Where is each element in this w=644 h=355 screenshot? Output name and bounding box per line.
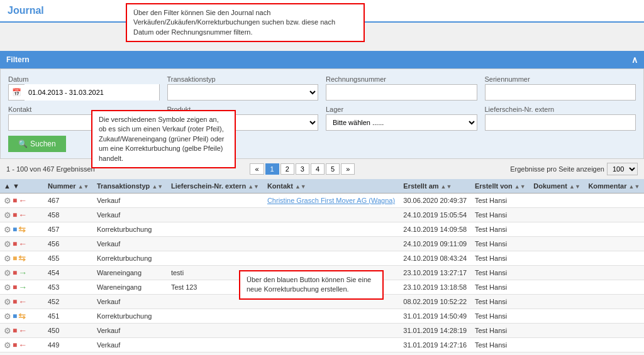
doc-blue-icon: ■ bbox=[13, 225, 17, 234]
cell-actions: ⚙ ■ ⇆ bbox=[0, 309, 44, 324]
page-next-btn[interactable]: » bbox=[341, 163, 355, 175]
cell-actions: ⚙ ■ ← bbox=[0, 208, 44, 222]
tooltip-korrekturbuchung-info: Über den blauen Button können Sie eine n… bbox=[239, 270, 384, 300]
cell-typ: Korrekturbuchung bbox=[93, 222, 167, 237]
results-count: 1 - 100 von 467 Ergebnissen bbox=[6, 165, 95, 173]
cell-kontakt bbox=[264, 237, 399, 251]
filter-datum-input[interactable] bbox=[25, 84, 159, 101]
filter-datum-input-wrap: 📅 bbox=[8, 84, 160, 101]
doc-red-icon: ■ bbox=[13, 283, 17, 292]
col-header-dokument[interactable]: Dokument ▲▼ bbox=[530, 179, 584, 194]
filter-seriennummer-input[interactable] bbox=[485, 84, 636, 101]
cell-dokument bbox=[530, 338, 584, 352]
filter-collapse-btn[interactable]: ∧ bbox=[631, 55, 638, 65]
cell-erstellt-am: 08.02.2019 10:52:22 bbox=[399, 295, 471, 309]
main-wrapper: Journal Über den Filter können Sie den J… bbox=[0, 0, 644, 355]
gear-icon[interactable]: ⚙ bbox=[4, 225, 11, 234]
cell-erstellt-von: Test Hansi bbox=[471, 352, 530, 356]
page-btn-1[interactable]: 1 bbox=[265, 163, 279, 175]
filter-title: Filtern bbox=[6, 55, 30, 64]
page-btn-2[interactable]: 2 bbox=[280, 163, 294, 175]
arrow-red-icon: ← bbox=[18, 297, 27, 307]
col-header-lieferschein[interactable]: Lieferschein-Nr. extern ▲▼ bbox=[167, 179, 264, 194]
filter-rechnungsnummer-label: Rechnungsnummer bbox=[326, 75, 477, 83]
gear-icon[interactable]: ⚙ bbox=[4, 326, 11, 336]
page-btn-5[interactable]: 5 bbox=[326, 163, 340, 175]
cell-actions: ⚙ ■ ← bbox=[0, 237, 44, 251]
gear-icon[interactable]: ⚙ bbox=[4, 297, 11, 307]
cell-kontakt bbox=[264, 309, 399, 324]
filter-lager-select[interactable]: Bitte wählen ...... bbox=[326, 114, 477, 131]
filter-lieferschein-extern-input[interactable] bbox=[485, 114, 636, 131]
filter-transaktionstyp-select[interactable]: Verkauf Wareneingang Korrekturbuchung bbox=[167, 84, 319, 101]
search-button[interactable]: 🔍 Suchen bbox=[8, 136, 66, 152]
cell-erstellt-am: 23.10.2019 13:27:17 bbox=[399, 266, 471, 280]
filter-section-header: Filtern ∧ bbox=[0, 51, 644, 68]
arrow-yellow-icon: ⇆ bbox=[18, 224, 26, 234]
arrow-red-icon: ← bbox=[18, 210, 27, 220]
cell-kommentar bbox=[584, 266, 644, 280]
table-row: ⚙ ■ ⇆ 369 Korrekturbuchung 04.08.2017 08… bbox=[0, 352, 644, 356]
tooltip-filter-info: Über den Filter können Sie den Journal n… bbox=[126, 3, 365, 42]
doc-red-icon: ■ bbox=[13, 196, 17, 205]
doc-red-icon: ■ bbox=[13, 341, 17, 349]
cell-kommentar bbox=[584, 237, 644, 251]
doc-orange-icon: ■ bbox=[13, 254, 17, 263]
cell-lieferschein bbox=[167, 251, 264, 266]
kontakt-link[interactable]: Christine Grasch First Mover AG (Wagna) bbox=[267, 197, 395, 204]
cell-typ: Wareneingang bbox=[93, 266, 167, 280]
cell-lieferschein bbox=[167, 309, 264, 324]
col-header-transaktionstyp[interactable]: Transaktionstyp ▲▼ bbox=[93, 179, 167, 194]
calendar-icon: 📅 bbox=[9, 88, 25, 97]
journal-table: ▲ ▼ Nummer ▲▼ Transaktionstyp ▲▼ Liefers… bbox=[0, 179, 644, 355]
table-header-row: ▲ ▼ Nummer ▲▼ Transaktionstyp ▲▼ Liefers… bbox=[0, 179, 644, 194]
cell-kontakt bbox=[264, 208, 399, 222]
cell-erstellt-am: 24.10.2019 14:09:58 bbox=[399, 222, 471, 237]
cell-dokument bbox=[530, 324, 584, 338]
cell-nummer: 452 bbox=[44, 295, 93, 309]
col-header-kommentar[interactable]: Kommentar ▲▼ bbox=[584, 179, 644, 194]
page-prev-btn[interactable]: « bbox=[250, 163, 264, 175]
cell-erstellt-am: 31.01.2019 14:27:16 bbox=[399, 338, 471, 352]
cell-actions: ⚙ ■ ← bbox=[0, 338, 44, 352]
cell-dokument bbox=[530, 237, 584, 251]
gear-icon[interactable]: ⚙ bbox=[4, 196, 11, 205]
page-btn-3[interactable]: 3 bbox=[296, 163, 309, 175]
journal-table-wrapper: ▲ ▼ Nummer ▲▼ Transaktionstyp ▲▼ Liefers… bbox=[0, 179, 644, 355]
cell-erstellt-am: 24.10.2019 08:43:24 bbox=[399, 251, 471, 266]
cell-kommentar bbox=[584, 309, 644, 324]
cell-kontakt bbox=[264, 338, 399, 352]
gear-icon[interactable]: ⚙ bbox=[4, 341, 11, 350]
cell-kommentar bbox=[584, 324, 644, 338]
cell-kontakt bbox=[264, 324, 399, 338]
cell-kommentar bbox=[584, 352, 644, 356]
per-page-select[interactable]: 100 50 25 bbox=[607, 163, 638, 175]
cell-kommentar bbox=[584, 295, 644, 309]
gear-icon[interactable]: ⚙ bbox=[4, 239, 11, 249]
cell-typ: Verkauf bbox=[93, 237, 167, 251]
doc-red-icon: ■ bbox=[13, 268, 17, 277]
cell-nummer: 451 bbox=[44, 309, 93, 324]
cell-typ: Wareneingang bbox=[93, 280, 167, 295]
gear-icon[interactable]: ⚙ bbox=[4, 283, 11, 292]
col-header-erstellt-am[interactable]: Erstellt am ▲▼ bbox=[399, 179, 471, 194]
pagination: « 1 2 3 4 5 » bbox=[250, 163, 355, 175]
sort-down-icon: ▼ bbox=[13, 182, 19, 190]
tooltip-symbols-info: Die verschiedenen Symbole zeigen an, ob … bbox=[91, 110, 236, 168]
col-header-kontakt[interactable]: Kontakt ▲▼ bbox=[264, 179, 399, 194]
cell-typ: Verkauf bbox=[93, 295, 167, 309]
filter-lager-group: Lager Bitte wählen ...... bbox=[326, 106, 477, 131]
gear-icon[interactable]: ⚙ bbox=[4, 312, 11, 321]
filter-rechnungsnummer-input[interactable] bbox=[326, 84, 477, 101]
gear-icon[interactable]: ⚙ bbox=[4, 254, 11, 263]
cell-lieferschein bbox=[167, 237, 264, 251]
cell-nummer: 454 bbox=[44, 266, 93, 280]
gear-icon[interactable]: ⚙ bbox=[4, 210, 11, 220]
gear-icon[interactable]: ⚙ bbox=[4, 268, 11, 278]
col-header-nummer[interactable]: Nummer ▲▼ bbox=[44, 179, 93, 194]
page-btn-4[interactable]: 4 bbox=[311, 163, 325, 175]
col-header-erstellt-von[interactable]: Erstellt von ▲▼ bbox=[471, 179, 530, 194]
cell-lieferschein bbox=[167, 208, 264, 222]
cell-nummer: 467 bbox=[44, 194, 93, 208]
table-row: ⚙ ■ ⇆ 457 Korrekturbuchung 24.10.2019 14… bbox=[0, 222, 644, 237]
